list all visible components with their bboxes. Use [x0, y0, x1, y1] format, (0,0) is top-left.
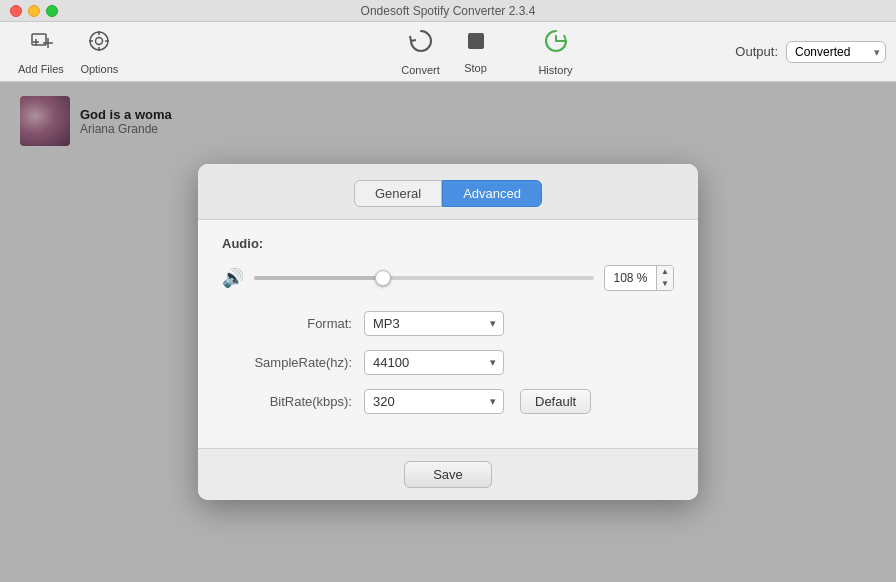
traffic-lights	[10, 5, 58, 17]
volume-row: 🔊 108 % ▲ ▼	[222, 265, 674, 290]
options-icon	[87, 29, 111, 59]
volume-value-box: 108 % ▲ ▼	[604, 265, 674, 290]
bitrate-select[interactable]: 320 256 192 128 64	[364, 389, 504, 414]
modal-body: Audio: 🔊 108 % ▲ ▼	[198, 220, 698, 447]
output-label: Output:	[735, 44, 778, 59]
add-files-button[interactable]: Add Files	[10, 26, 72, 78]
volume-slider-thumb[interactable]	[375, 270, 391, 286]
bitrate-row: BitRate(kbps): 320 256 192 128 64 Defaul…	[222, 389, 674, 414]
samplerate-row: SampleRate(hz): 44100 22050 11025 8000 4…	[222, 350, 674, 375]
output-section: Output: Converted	[735, 41, 886, 63]
window-title: Ondesoft Spotify Converter 2.3.4	[361, 4, 536, 18]
format-label: Format:	[222, 316, 352, 331]
modal-footer: Save	[198, 448, 698, 500]
modal-overlay: General Advanced Audio: 🔊 108 %	[0, 82, 896, 582]
volume-icon: 🔊	[222, 267, 244, 289]
close-button[interactable]	[10, 5, 22, 17]
convert-icon	[408, 28, 434, 60]
volume-up-button[interactable]: ▲	[657, 266, 673, 278]
title-bar: Ondesoft Spotify Converter 2.3.4	[0, 0, 896, 22]
convert-button[interactable]: Convert	[393, 26, 448, 78]
default-button[interactable]: Default	[520, 389, 591, 414]
tab-advanced[interactable]: Advanced	[442, 180, 542, 207]
volume-stepper: ▲ ▼	[656, 266, 673, 289]
samplerate-label: SampleRate(hz):	[222, 355, 352, 370]
convert-stop-group: Convert Stop	[393, 26, 503, 78]
bitrate-select-wrapper[interactable]: 320 256 192 128 64	[364, 389, 504, 414]
modal-header: General Advanced	[198, 164, 698, 220]
volume-slider-fill	[254, 276, 383, 280]
content-area: God is a woma Ariana Grande General Adva…	[0, 82, 896, 582]
add-files-label: Add Files	[18, 63, 64, 75]
options-button[interactable]: Options	[72, 26, 127, 78]
options-label: Options	[80, 63, 118, 75]
maximize-button[interactable]	[46, 5, 58, 17]
svg-point-6	[96, 37, 103, 44]
stop-button[interactable]: Stop	[448, 26, 503, 78]
settings-modal: General Advanced Audio: 🔊 108 %	[198, 164, 698, 499]
minimize-button[interactable]	[28, 5, 40, 17]
audio-section-label: Audio:	[222, 236, 674, 251]
volume-slider-track[interactable]	[254, 276, 594, 280]
bitrate-label: BitRate(kbps):	[222, 394, 352, 409]
history-label: History	[538, 64, 572, 76]
stop-icon	[465, 30, 487, 58]
save-button[interactable]: Save	[404, 461, 492, 488]
samplerate-select-wrapper[interactable]: 44100 22050 11025 8000 48000	[364, 350, 504, 375]
tab-general[interactable]: General	[354, 180, 442, 207]
add-files-icon	[29, 29, 53, 59]
format-select-wrapper[interactable]: MP3 AAC FLAC WAV OGG	[364, 311, 504, 336]
svg-rect-11	[468, 33, 484, 49]
stop-label: Stop	[464, 62, 487, 74]
modal-tabs: General Advanced	[218, 180, 678, 207]
output-select[interactable]: Converted	[786, 41, 886, 63]
history-icon	[543, 28, 569, 60]
format-row: Format: MP3 AAC FLAC WAV OGG	[222, 311, 674, 336]
history-button[interactable]: History	[528, 26, 583, 78]
volume-value: 108 %	[605, 268, 656, 288]
volume-down-button[interactable]: ▼	[657, 278, 673, 290]
samplerate-select[interactable]: 44100 22050 11025 8000 48000	[364, 350, 504, 375]
convert-label: Convert	[401, 64, 440, 76]
format-select[interactable]: MP3 AAC FLAC WAV OGG	[364, 311, 504, 336]
toolbar: Add Files Options Convert	[0, 22, 896, 82]
output-select-wrapper[interactable]: Converted	[786, 41, 886, 63]
